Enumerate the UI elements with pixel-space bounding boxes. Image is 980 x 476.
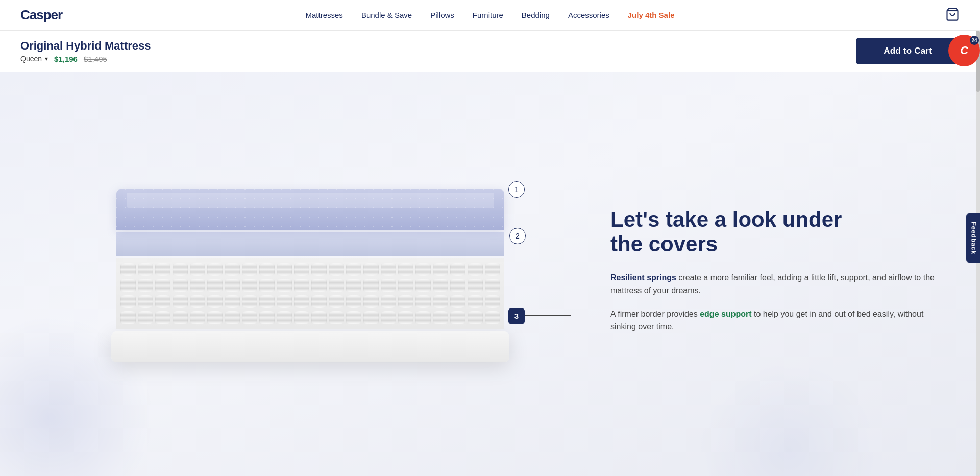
- layer-top-foam: [116, 189, 504, 230]
- price-sale: $1,196: [54, 55, 78, 63]
- chat-badge: 24: [970, 36, 979, 45]
- layer-springs: [116, 258, 504, 329]
- add-to-cart-button[interactable]: Add to Cart: [856, 38, 960, 64]
- layer-badge-1: 1: [508, 181, 525, 198]
- product-size-row: Queen ▾ $1,196 $1,495: [20, 55, 151, 63]
- layer-base: [111, 331, 509, 362]
- cart-icon: [945, 14, 960, 23]
- cart-button[interactable]: [945, 7, 960, 23]
- nav-july-sale[interactable]: July 4th Sale: [628, 11, 675, 19]
- badge-3-line: [525, 315, 571, 316]
- main-nav: Casper Mattresses Bundle & Save Pillows …: [0, 0, 980, 31]
- sticky-product-bar: Original Hybrid Mattress Queen ▾ $1,196 …: [0, 31, 980, 72]
- nav-bundle-save[interactable]: Bundle & Save: [361, 11, 412, 19]
- size-selector[interactable]: Queen ▾: [20, 55, 48, 63]
- edge-support-link[interactable]: edge support: [700, 310, 751, 318]
- section-heading: Let's take a look under the covers: [610, 207, 939, 257]
- nav-mattresses[interactable]: Mattresses: [306, 11, 343, 19]
- price-original: $1,495: [84, 55, 107, 63]
- feedback-tab[interactable]: Feedback: [966, 213, 980, 263]
- sticky-left: Original Hybrid Mattress Queen ▾ $1,196 …: [20, 39, 151, 63]
- mattress-illustration: 1 2: [41, 135, 580, 416]
- nav-bedding[interactable]: Bedding: [522, 11, 550, 19]
- layer-badge-3: 3: [508, 308, 525, 324]
- text-section: Let's take a look under the covers Resil…: [580, 207, 939, 344]
- size-label: Queen: [20, 55, 42, 63]
- mattress-3d: 1 2: [116, 189, 504, 362]
- description-1: Resilient springs create a more familiar…: [610, 271, 939, 297]
- description-2-prefix: A firmer border provides: [610, 310, 700, 318]
- nav-links: Mattresses Bundle & Save Pillows Furnitu…: [306, 11, 675, 20]
- brand-logo[interactable]: Casper: [20, 7, 62, 23]
- nav-accessories[interactable]: Accessories: [568, 11, 609, 19]
- nav-furniture[interactable]: Furniture: [473, 11, 503, 19]
- product-title: Original Hybrid Mattress: [20, 39, 151, 53]
- layer-middle-foam: [116, 232, 504, 256]
- layer-badge-2: 2: [509, 228, 526, 244]
- chat-icon: C: [960, 45, 968, 56]
- description-1-bold: Resilient springs: [610, 273, 676, 282]
- chat-bubble[interactable]: C 24: [948, 35, 980, 66]
- chevron-down-icon: ▾: [45, 55, 48, 62]
- nav-pillows[interactable]: Pillows: [430, 11, 454, 19]
- main-content: 1 2: [0, 72, 980, 476]
- description-2: A firmer border provides edge support to…: [610, 307, 939, 334]
